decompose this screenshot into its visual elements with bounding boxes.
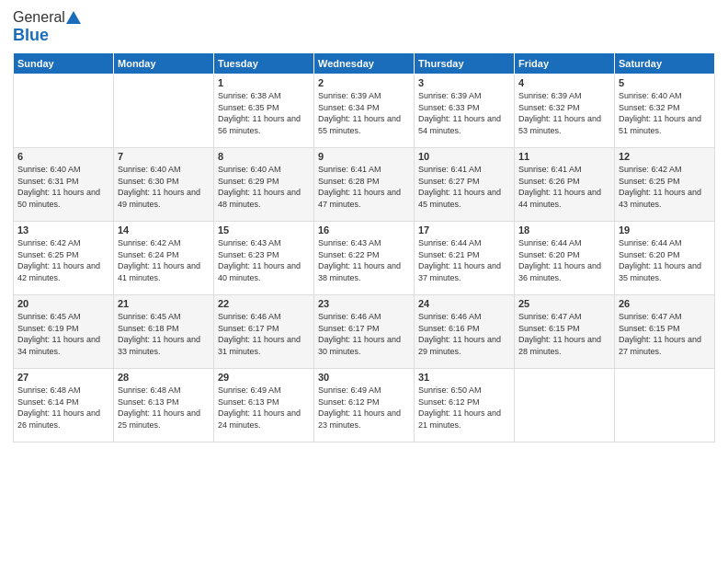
calendar-cell: 5Sunrise: 6:40 AM Sunset: 6:32 PM Daylig… — [615, 75, 715, 148]
day-info: Sunrise: 6:48 AM Sunset: 6:14 PM Dayligh… — [17, 385, 109, 431]
calendar-cell: 19Sunrise: 6:44 AM Sunset: 6:20 PM Dayli… — [615, 222, 715, 295]
calendar-cell: 14Sunrise: 6:42 AM Sunset: 6:24 PM Dayli… — [114, 222, 214, 295]
calendar-cell: 15Sunrise: 6:43 AM Sunset: 6:23 PM Dayli… — [214, 222, 314, 295]
day-info: Sunrise: 6:40 AM Sunset: 6:32 PM Dayligh… — [619, 90, 711, 136]
day-number: 20 — [17, 298, 109, 309]
day-number: 2 — [318, 77, 410, 88]
day-number: 14 — [118, 224, 210, 236]
day-info: Sunrise: 6:50 AM Sunset: 6:12 PM Dayligh… — [418, 385, 510, 431]
day-info: Sunrise: 6:41 AM Sunset: 6:27 PM Dayligh… — [418, 164, 510, 210]
day-number: 15 — [218, 224, 310, 236]
day-number: 6 — [17, 151, 109, 162]
calendar-cell: 23Sunrise: 6:46 AM Sunset: 6:17 PM Dayli… — [314, 295, 415, 369]
calendar-cell: 21Sunrise: 6:45 AM Sunset: 6:18 PM Dayli… — [114, 295, 214, 369]
day-number: 9 — [318, 151, 410, 162]
day-number: 5 — [619, 77, 711, 88]
page: General Blue SundayMondayTuesdayWednesda… — [0, 0, 728, 563]
day-info: Sunrise: 6:40 AM Sunset: 6:29 PM Dayligh… — [218, 164, 310, 210]
calendar-cell: 12Sunrise: 6:42 AM Sunset: 6:25 PM Dayli… — [615, 148, 715, 222]
day-info: Sunrise: 6:48 AM Sunset: 6:13 PM Dayligh… — [118, 385, 210, 431]
logo-blue-text: Blue — [13, 26, 49, 45]
calendar-cell — [615, 369, 715, 442]
day-number: 16 — [318, 224, 410, 236]
calendar-week-2: 6Sunrise: 6:40 AM Sunset: 6:31 PM Daylig… — [14, 148, 715, 222]
day-info: Sunrise: 6:45 AM Sunset: 6:19 PM Dayligh… — [17, 311, 109, 357]
day-number: 30 — [318, 372, 410, 383]
day-info: Sunrise: 6:41 AM Sunset: 6:26 PM Dayligh… — [518, 164, 610, 210]
calendar-cell: 16Sunrise: 6:43 AM Sunset: 6:22 PM Dayli… — [314, 222, 415, 295]
calendar-cell: 18Sunrise: 6:44 AM Sunset: 6:20 PM Dayli… — [515, 222, 615, 295]
calendar-cell: 6Sunrise: 6:40 AM Sunset: 6:31 PM Daylig… — [14, 148, 114, 222]
calendar-week-3: 13Sunrise: 6:42 AM Sunset: 6:25 PM Dayli… — [14, 222, 715, 295]
day-number: 3 — [418, 77, 510, 88]
day-info: Sunrise: 6:42 AM Sunset: 6:25 PM Dayligh… — [619, 164, 711, 210]
calendar-header-wednesday: Wednesday — [314, 53, 415, 75]
day-info: Sunrise: 6:45 AM Sunset: 6:18 PM Dayligh… — [118, 311, 210, 357]
day-info: Sunrise: 6:43 AM Sunset: 6:22 PM Dayligh… — [318, 237, 410, 283]
calendar-cell — [14, 75, 114, 148]
day-info: Sunrise: 6:39 AM Sunset: 6:33 PM Dayligh… — [418, 90, 510, 136]
day-number: 18 — [518, 224, 610, 236]
day-info: Sunrise: 6:46 AM Sunset: 6:17 PM Dayligh… — [318, 311, 410, 357]
day-info: Sunrise: 6:42 AM Sunset: 6:25 PM Dayligh… — [17, 237, 109, 283]
day-number: 31 — [418, 372, 510, 383]
day-number: 7 — [118, 151, 210, 162]
day-info: Sunrise: 6:44 AM Sunset: 6:20 PM Dayligh… — [518, 237, 610, 283]
day-number: 22 — [218, 298, 310, 309]
calendar-cell: 25Sunrise: 6:47 AM Sunset: 6:15 PM Dayli… — [515, 295, 615, 369]
day-number: 29 — [218, 372, 310, 383]
day-number: 1 — [218, 77, 310, 88]
calendar-cell: 10Sunrise: 6:41 AM Sunset: 6:27 PM Dayli… — [415, 148, 515, 222]
day-number: 28 — [118, 372, 210, 383]
day-number: 10 — [418, 151, 510, 162]
calendar-cell: 22Sunrise: 6:46 AM Sunset: 6:17 PM Dayli… — [214, 295, 314, 369]
calendar-header-row: SundayMondayTuesdayWednesdayThursdayFrid… — [14, 53, 715, 75]
day-number: 27 — [17, 372, 109, 383]
svg-marker-0 — [66, 11, 81, 24]
day-number: 11 — [518, 151, 610, 162]
calendar-week-5: 27Sunrise: 6:48 AM Sunset: 6:14 PM Dayli… — [14, 369, 715, 442]
day-info: Sunrise: 6:40 AM Sunset: 6:30 PM Dayligh… — [118, 164, 210, 210]
day-info: Sunrise: 6:47 AM Sunset: 6:15 PM Dayligh… — [619, 311, 711, 357]
calendar-cell: 3Sunrise: 6:39 AM Sunset: 6:33 PM Daylig… — [415, 75, 515, 148]
logo-triangle-icon — [65, 9, 82, 26]
day-number: 24 — [418, 298, 510, 309]
calendar-cell: 9Sunrise: 6:41 AM Sunset: 6:28 PM Daylig… — [314, 148, 415, 222]
day-number: 17 — [418, 224, 510, 236]
calendar-cell: 1Sunrise: 6:38 AM Sunset: 6:35 PM Daylig… — [214, 75, 314, 148]
header: General Blue — [13, 9, 715, 45]
calendar-cell: 11Sunrise: 6:41 AM Sunset: 6:26 PM Dayli… — [515, 148, 615, 222]
calendar-cell — [114, 75, 214, 148]
calendar-header-friday: Friday — [515, 53, 615, 75]
day-number: 23 — [318, 298, 410, 309]
day-info: Sunrise: 6:44 AM Sunset: 6:20 PM Dayligh… — [619, 237, 711, 283]
calendar-cell: 17Sunrise: 6:44 AM Sunset: 6:21 PM Dayli… — [415, 222, 515, 295]
day-info: Sunrise: 6:39 AM Sunset: 6:32 PM Dayligh… — [518, 90, 610, 136]
day-info: Sunrise: 6:47 AM Sunset: 6:15 PM Dayligh… — [518, 311, 610, 357]
day-info: Sunrise: 6:49 AM Sunset: 6:12 PM Dayligh… — [318, 385, 410, 431]
calendar-week-1: 1Sunrise: 6:38 AM Sunset: 6:35 PM Daylig… — [14, 75, 715, 148]
day-info: Sunrise: 6:42 AM Sunset: 6:24 PM Dayligh… — [118, 237, 210, 283]
day-info: Sunrise: 6:46 AM Sunset: 6:16 PM Dayligh… — [418, 311, 510, 357]
calendar-header-sunday: Sunday — [14, 53, 114, 75]
day-number: 19 — [619, 224, 711, 236]
day-info: Sunrise: 6:49 AM Sunset: 6:13 PM Dayligh… — [218, 385, 310, 431]
day-number: 4 — [518, 77, 610, 88]
calendar-cell: 20Sunrise: 6:45 AM Sunset: 6:19 PM Dayli… — [14, 295, 114, 369]
calendar-header-thursday: Thursday — [415, 53, 515, 75]
day-info: Sunrise: 6:41 AM Sunset: 6:28 PM Dayligh… — [318, 164, 410, 210]
calendar-table: SundayMondayTuesdayWednesdayThursdayFrid… — [13, 52, 715, 442]
logo: General Blue — [13, 9, 82, 45]
calendar-cell: 24Sunrise: 6:46 AM Sunset: 6:16 PM Dayli… — [415, 295, 515, 369]
calendar-cell: 4Sunrise: 6:39 AM Sunset: 6:32 PM Daylig… — [515, 75, 615, 148]
calendar-cell — [515, 369, 615, 442]
calendar-cell: 26Sunrise: 6:47 AM Sunset: 6:15 PM Dayli… — [615, 295, 715, 369]
calendar-week-4: 20Sunrise: 6:45 AM Sunset: 6:19 PM Dayli… — [14, 295, 715, 369]
calendar-cell: 8Sunrise: 6:40 AM Sunset: 6:29 PM Daylig… — [214, 148, 314, 222]
day-number: 13 — [17, 224, 109, 236]
day-number: 25 — [518, 298, 610, 309]
day-number: 26 — [619, 298, 711, 309]
calendar-cell: 29Sunrise: 6:49 AM Sunset: 6:13 PM Dayli… — [214, 369, 314, 442]
day-info: Sunrise: 6:46 AM Sunset: 6:17 PM Dayligh… — [218, 311, 310, 357]
day-number: 12 — [619, 151, 711, 162]
